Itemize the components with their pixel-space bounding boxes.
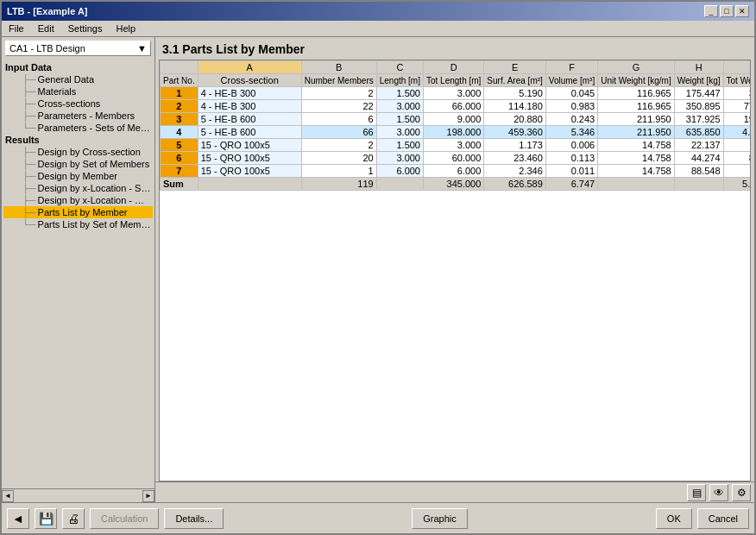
cell-length: 3.000 [376,126,423,139]
cell-weight: 175.447 [674,87,723,100]
menu-file[interactable]: File [5,22,28,35]
col-header-e: E [484,61,545,74]
sidebar-item-parameters-members[interactable]: ├─Parameters - Members [3,110,153,122]
input-data-group: Input Data [3,61,153,73]
sidebar-item-parts-list-member[interactable]: ├─Parts List by Member [3,206,153,218]
table-row: 4 5 - HE-B 600 66 3.000 198.000 459.360 … [161,126,752,139]
sidebar-item-parts-list-set[interactable]: └─Parts List by Set of Members [3,218,153,230]
sidebar-item-design-cross-section[interactable]: ├─Design by Cross-section [3,146,153,158]
sidebar-item-design-member[interactable]: ├─Design by Member [3,170,153,182]
sidebar-item-design-x-sets[interactable]: ├─Design by x-Location - Sets of M [3,182,153,194]
title-bar-controls: _ □ ✕ [704,5,749,17]
cell-num-members: 20 [301,152,376,165]
close-button[interactable]: ✕ [735,5,749,17]
cell-tot-length: 66.000 [423,100,483,113]
cell-weight: 22.137 [674,139,723,152]
col-header-h: H [674,61,723,74]
cell-volume: 0.113 [545,152,597,165]
cell-unit-weight: 14.758 [598,165,675,178]
cell-tot-weight: 44.274 [723,139,751,152]
sidebar-item-parameters-sets[interactable]: └─Parameters - Sets of Members [3,122,153,134]
col-header-i: I [723,61,751,74]
graphic-button[interactable]: Graphic [412,508,468,529]
cell-tot-length: 3.000 [423,139,483,152]
results-group: Results [3,134,153,146]
table-container[interactable]: A B C D E F G H I Part No. Cross-s [159,60,751,482]
main-content: CA1 - LTB Design ▼ Input Data ├─General … [2,37,754,502]
sub-header-part-no: Part No. [161,74,198,87]
sub-header-length: Length [m] [376,74,423,87]
cancel-button[interactable]: Cancel [697,508,749,529]
sidebar-tree: Input Data ├─General Data ├─Materials ├─… [2,60,154,488]
ok-button[interactable]: OK [656,508,692,529]
cell-unit-weight: 116.965 [598,100,675,113]
cell-weight: 317.925 [674,113,723,126]
col-header-a: A [198,61,301,74]
menu-edit[interactable]: Edit [35,22,58,35]
cell-length: 1.500 [376,139,423,152]
cell-length: 1.500 [376,113,423,126]
cell-unit-weight: 116.965 [598,87,675,100]
design-case-dropdown[interactable]: CA1 - LTB Design ▼ [5,41,151,56]
cell-num-members: 2 [301,87,376,100]
cell-tot-weight: 885.480 [723,152,751,165]
cell-part-no: 1 [161,87,198,100]
col-header-f: F [545,61,597,74]
maximize-button[interactable]: □ [720,5,734,17]
cell-tot-length: 6.000 [423,165,483,178]
cell-surf-area: 114.180 [484,100,545,113]
sidebar-item-general-data[interactable]: ├─General Data [3,73,153,85]
sidebar-item-design-set-members[interactable]: ├─Design by Set of Members [3,158,153,170]
horizontal-scrollbar[interactable] [14,490,142,502]
sum-tot-weight: 5.30E+04 [723,178,751,191]
menu-help[interactable]: Help [112,22,139,35]
sum-label: Sum [161,178,198,191]
save-button[interactable]: 💾 [35,508,57,529]
action-bar: ▤ 👁 ⚙ [155,482,754,502]
cell-tot-length: 9.000 [423,113,483,126]
sum-weight [674,178,723,191]
cell-tot-weight: 1907.550 [723,113,751,126]
print-button[interactable]: 🖨 [62,508,85,529]
table-row: 3 5 - HE-B 600 6 1.500 9.000 20.880 0.24… [161,113,752,126]
cell-length: 3.000 [376,100,423,113]
minimize-button[interactable]: _ [704,5,718,17]
sub-header-surf-area: Surf. Area [m²] [484,74,545,87]
back-button[interactable]: ◄ [7,508,29,529]
calculation-button[interactable]: Calculation [90,508,159,529]
sidebar-item-cross-sections[interactable]: ├─Cross-sections [3,98,153,110]
cell-part-no: 2 [161,100,198,113]
cell-num-members: 6 [301,113,376,126]
scroll-left-btn[interactable]: ◄ [2,490,14,502]
cell-num-members: 66 [301,126,376,139]
sum-length [376,178,423,191]
scroll-right-btn[interactable]: ► [142,490,154,502]
cell-weight: 350.895 [674,100,723,113]
cell-part-no: 5 [161,139,198,152]
col-header-b: B [301,61,376,74]
menu-settings[interactable]: Settings [65,22,106,35]
graphic-view-button[interactable]: 👁 [709,484,728,501]
table-row: 5 15 - QRO 100x5 2 1.500 3.000 1.173 0.0… [161,139,752,152]
table-view-button[interactable]: ▤ [687,484,706,501]
sub-header-unit-weight: Unit Weight [kg/m] [598,74,675,87]
cell-volume: 0.045 [545,87,597,100]
sub-header-cross-section: Cross-section [198,74,301,87]
cell-weight: 88.548 [674,165,723,178]
settings-view-button[interactable]: ⚙ [732,484,751,501]
cell-cross-section: 15 - QRO 100x5 [198,139,301,152]
col-header-c: C [376,61,423,74]
cell-surf-area: 20.880 [484,113,545,126]
table-row: 6 15 - QRO 100x5 20 3.000 60.000 23.460 … [161,152,752,165]
panel-title: 3.1 Parts List by Member [155,37,754,60]
sidebar-item-design-x-members[interactable]: ├─Design by x-Location - Member... [3,194,153,206]
sidebar-item-materials[interactable]: ├─Materials [3,85,153,98]
cell-volume: 0.006 [545,139,597,152]
cell-unit-weight: 14.758 [598,152,675,165]
table-row: 2 4 - HE-B 300 22 3.000 66.000 114.180 0… [161,100,752,113]
cell-volume: 0.011 [545,165,597,178]
details-button[interactable]: Details... [164,508,224,529]
cell-tot-length: 198.000 [423,126,483,139]
sum-cross-section [198,178,301,191]
bottom-bar: ◄ 💾 🖨 Calculation Details... Graphic OK … [2,502,754,533]
